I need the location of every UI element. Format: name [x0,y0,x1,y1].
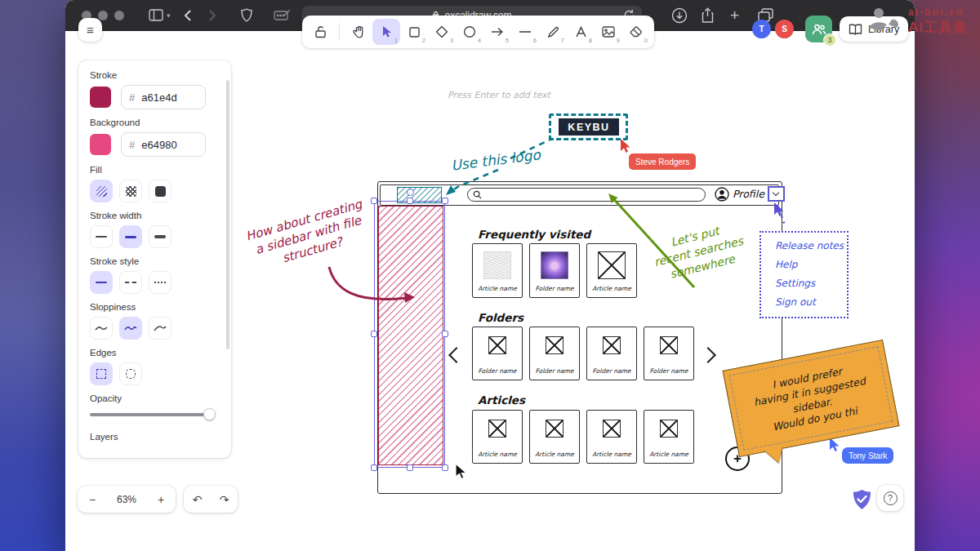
fill-solid-button[interactable] [149,180,172,202]
zoom-control: − 63% + [78,486,176,513]
width-bold-button[interactable] [119,225,142,248]
stroke-color-swatch[interactable] [90,87,111,108]
image-placeholder-icon [488,420,506,438]
collaborators-icon [812,23,826,36]
chevron-down-icon [773,189,779,196]
collaborator-label-tony: Tony Stark [842,447,893,464]
artist-squiggle-icon [124,324,137,332]
lock-tool[interactable] [306,19,334,45]
main-menu-button[interactable]: ≡ [78,18,102,42]
autofill-icon[interactable] [274,9,292,21]
zoom-level[interactable]: 63% [107,494,146,505]
sidebar-chevron-icon[interactable]: ▾ [167,11,171,20]
downloads-icon[interactable] [671,7,688,24]
undo-button[interactable]: ↶ [184,493,211,506]
share-icon[interactable] [701,7,715,24]
article-thumbnail-sketch [483,251,511,279]
visited-card-article-1[interactable]: Article name [472,243,523,298]
search-icon [473,190,482,199]
redo-button[interactable]: ↷ [211,493,238,506]
stroke-hex-input[interactable]: #a61e4d [121,85,206,109]
ellipse-tool[interactable]: 4 [456,19,483,45]
selection-tool[interactable]: 1 [372,19,400,45]
menu-item-help[interactable]: Help [775,259,847,270]
bold-line-icon [125,236,136,238]
library-book-icon [849,24,862,35]
profile-menu[interactable]: Release notes Help Settings Sign out [760,231,849,318]
sidebar-toggle-icon[interactable] [149,9,163,21]
wireframe-profile-group[interactable]: Profile [715,186,785,202]
traffic-light-minimize[interactable] [98,11,108,20]
width-thin-button[interactable] [90,225,113,248]
opacity-slider[interactable] [90,408,214,420]
arrow-tool[interactable]: 5 [483,19,511,45]
width-extrabold-button[interactable] [149,225,172,248]
edges-round-button[interactable] [119,362,142,385]
crosshatch-icon [126,186,136,197]
live-collaboration-button[interactable]: 3 [805,16,832,42]
eraser-tool[interactable]: 0 [622,19,650,45]
wireframe-search-bar[interactable] [467,188,706,202]
profile-avatar-icon [715,187,729,202]
line-tool[interactable]: 6 [511,19,539,45]
image-tool[interactable]: 9 [595,19,622,45]
new-tab-icon[interactable]: + [730,7,739,24]
back-button[interactable] [184,10,191,21]
keybu-logo[interactable]: KEYBU [559,118,619,136]
selection-box [374,201,445,468]
collaborator-avatar-s[interactable]: S [775,20,794,38]
panel-scrollbar[interactable] [226,80,229,349]
article-card[interactable]: Article name [472,410,523,464]
watermark-logo [867,7,903,33]
traffic-light-zoom[interactable] [114,11,124,20]
visited-card-folder[interactable]: Folder name [529,243,580,298]
folders-heading: Folders [478,311,523,324]
style-dotted-button[interactable] [149,271,172,294]
folder-card[interactable]: Folder name [529,327,580,380]
canvas-hint-text: Press Enter to add text [448,90,550,100]
visited-card-article-2[interactable]: Article name [586,243,637,298]
help-button[interactable]: ? [877,485,903,511]
background-hex-input[interactable]: #e64980 [121,132,206,157]
text-tool[interactable]: 8 [567,19,595,45]
stroke-style-section: Stroke style [90,256,221,294]
layers-label: Layers [90,432,221,442]
style-dashed-button[interactable] [119,271,142,294]
tool-toolbar: 1 2 3 4 5 6 7 8 [302,16,654,48]
article-card[interactable]: Article name [586,410,637,464]
article-card[interactable]: Article name [529,410,580,464]
sloppiness-cartoonist-button[interactable] [149,317,172,340]
sloppiness-architect-button[interactable] [90,317,113,340]
background-label: Background [90,118,221,127]
edges-label: Edges [90,348,221,358]
menu-item-sign-out[interactable]: Sign out [775,296,847,308]
fill-crosshatch-button[interactable] [119,180,142,202]
folder-card[interactable]: Folder name [472,327,523,380]
menu-item-settings[interactable]: Settings [775,278,847,289]
image-placeholder-icon [660,336,678,354]
style-solid-button[interactable] [90,271,113,294]
rotation-handle[interactable] [407,189,414,196]
menu-item-release-notes[interactable]: Release notes [775,240,847,251]
sloppiness-artist-button[interactable] [119,317,142,340]
diamond-tool[interactable]: 3 [428,19,456,45]
profile-dropdown[interactable] [768,186,785,202]
hand-tool[interactable] [345,19,372,45]
zoom-in-button[interactable]: + [146,493,176,506]
fill-hachure-button[interactable] [90,180,113,202]
opacity-section: Opacity [90,393,221,420]
toolbar-divider [339,23,340,41]
edges-sharp-button[interactable] [90,362,113,385]
article-card[interactable]: Article name [644,410,694,464]
rectangle-tool[interactable]: 2 [400,19,428,45]
opacity-slider-track [90,413,214,416]
folder-card[interactable]: Folder name [586,327,637,380]
forward-button[interactable] [209,10,216,21]
draw-tool[interactable]: 7 [539,19,567,45]
zoom-out-button[interactable]: − [78,493,107,506]
background-color-swatch[interactable] [90,134,111,155]
collaborator-avatar-t[interactable]: T [752,20,771,38]
privacy-shield-icon[interactable] [241,8,252,22]
folder-card[interactable]: Folder name [644,327,694,380]
properties-panel: Stroke #a61e4d Background #e64980 Fill [78,60,231,458]
